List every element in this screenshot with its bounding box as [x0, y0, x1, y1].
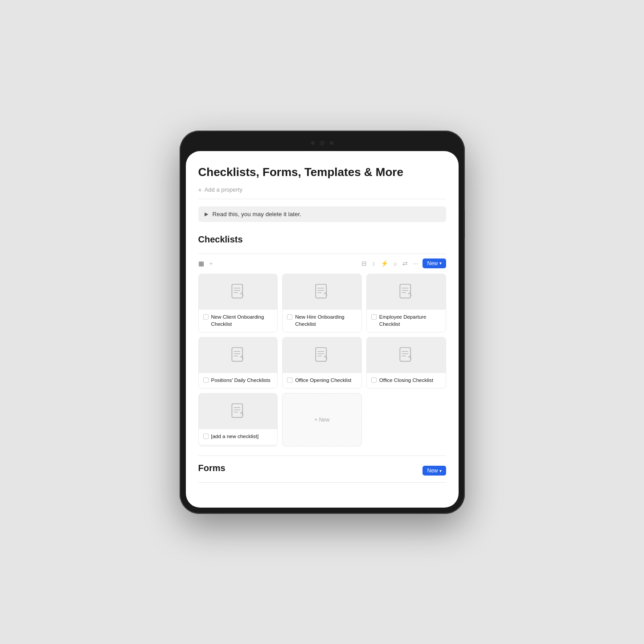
new-button-forms[interactable]: New ▾	[422, 466, 446, 476]
new-button-chevron-icon: ▾	[439, 261, 442, 266]
add-property-label: Add a property	[205, 186, 242, 193]
card-title-office-closing: Office Closing Checklist	[379, 377, 433, 384]
card-image-add-new	[199, 394, 278, 429]
card-add-new-checklist[interactable]: [add a new checklist]	[198, 393, 278, 447]
card-content-office-closing: Office Closing Checklist	[367, 373, 446, 388]
more-icon[interactable]: ···	[412, 259, 419, 268]
svg-rect-8	[400, 284, 411, 298]
forms-section: Forms New ▾	[198, 463, 446, 483]
card-office-closing[interactable]: Office Closing Checklist	[366, 337, 446, 389]
card-employee-departure[interactable]: Employee Departure Checklist	[366, 274, 446, 332]
filter-icon[interactable]: ⊟	[361, 259, 368, 268]
card-title-new-hire: New Hire Onboarding Checklist	[295, 313, 357, 328]
grid-view-icon[interactable]: ▦	[198, 260, 204, 267]
new-card-button[interactable]: + New	[282, 393, 362, 447]
content-area: Checklists, Forms, Templates & More + Ad…	[186, 151, 459, 508]
svg-rect-20	[400, 348, 411, 361]
add-property-row[interactable]: + Add a property	[198, 186, 446, 193]
card-image-positions-daily	[199, 337, 278, 373]
svg-rect-0	[232, 284, 242, 298]
card-new-hire[interactable]: New Hire Onboarding Checklist	[282, 274, 362, 332]
card-positions-daily[interactable]: Positions' Daily Checklists	[198, 337, 278, 389]
checklist-icon-new-client	[230, 283, 246, 300]
card-title-positions-daily: Positions' Daily Checklists	[211, 377, 271, 384]
card-image-employee-departure	[367, 274, 446, 310]
forms-new-button-chevron-icon: ▾	[439, 468, 442, 473]
automation-icon[interactable]: ⚡	[380, 259, 389, 268]
card-title-office-opening: Office Opening Checklist	[295, 377, 351, 384]
card-title-new-client: New Client Onboarding Checklist	[211, 313, 273, 328]
card-checkbox-employee-departure[interactable]	[371, 314, 377, 320]
checklist-icon-positions-daily	[230, 347, 246, 364]
card-image-office-closing	[367, 337, 446, 373]
card-checkbox-new-hire[interactable]	[287, 314, 292, 320]
toggle-text: Read this, you may delete it later.	[213, 211, 302, 217]
card-office-opening[interactable]: Office Opening Checklist	[282, 337, 362, 389]
card-checkbox-add-new[interactable]	[203, 434, 209, 439]
tablet-frame: Checklists, Forms, Templates & More + Ad…	[180, 131, 465, 514]
checklist-icon-add-new	[230, 403, 246, 420]
toolbar-left: ▦ +	[198, 259, 214, 268]
card-title-employee-departure: Employee Departure Checklist	[379, 313, 441, 328]
side-button	[464, 211, 465, 238]
card-content-new-hire: New Hire Onboarding Checklist	[283, 310, 361, 332]
card-content-employee-departure: Employee Departure Checklist	[367, 310, 446, 332]
checklist-icon-office-closing	[398, 347, 414, 364]
tablet-top-bar	[186, 137, 459, 149]
card-content-office-opening: Office Opening Checklist	[283, 373, 361, 388]
checklists-section-header: Checklists	[198, 234, 446, 254]
card-checkbox-positions-daily[interactable]	[203, 377, 209, 383]
camera-dot-right	[330, 141, 333, 145]
checklists-title: Checklists	[198, 234, 243, 245]
card-checkbox-new-client[interactable]	[203, 314, 209, 320]
toolbar-right: ⊟ ↕ ⚡ ⌕ ⇄ ··· New ▾	[361, 258, 446, 268]
toggle-arrow-icon: ▶	[205, 211, 208, 217]
toggle-row[interactable]: ▶ Read this, you may delete it later.	[198, 206, 446, 222]
card-content-positions-daily: Positions' Daily Checklists	[199, 373, 278, 388]
new-button-checklists[interactable]: New ▾	[422, 258, 446, 268]
svg-rect-4	[316, 284, 327, 298]
svg-rect-12	[232, 348, 242, 361]
checklist-icon-office-opening	[314, 347, 329, 364]
tablet-screen: Checklists, Forms, Templates & More + Ad…	[186, 151, 459, 508]
checklists-section: Checklists ▦ + ⊟ ↕ ⚡ ⌕ ⇄ ···	[198, 234, 446, 456]
sort-icon[interactable]: ↕	[371, 259, 376, 268]
svg-rect-16	[316, 348, 327, 361]
card-image-new-hire	[283, 274, 361, 310]
divider-bottom	[198, 455, 446, 456]
card-content-new-client: New Client Onboarding Checklist	[199, 310, 278, 332]
checklist-icon-employee-departure	[398, 283, 414, 300]
camera-dot-center	[320, 141, 324, 145]
card-title-add-new: [add a new checklist]	[211, 433, 259, 440]
card-content-add-new: [add a new checklist]	[199, 429, 278, 444]
new-card-label: + New	[314, 417, 329, 423]
search-icon[interactable]: ⌕	[393, 259, 398, 268]
card-checkbox-office-opening[interactable]	[287, 377, 292, 383]
add-view-icon[interactable]: +	[209, 259, 214, 268]
forms-title: Forms	[198, 463, 226, 473]
checklist-icon-new-hire	[314, 283, 329, 300]
card-image-office-opening	[283, 337, 361, 373]
plus-icon: +	[198, 186, 202, 193]
card-new-client[interactable]: New Client Onboarding Checklist	[198, 274, 278, 332]
forms-section-header: Forms New ▾	[198, 463, 446, 483]
checklists-grid: New Client Onboarding Checklist	[198, 274, 446, 447]
group-icon[interactable]: ⇄	[402, 259, 409, 268]
divider-top	[198, 199, 446, 199]
svg-rect-24	[232, 404, 242, 418]
card-checkbox-office-closing[interactable]	[371, 377, 377, 383]
card-image-new-client	[199, 274, 278, 310]
page-title: Checklists, Forms, Templates & More	[198, 165, 446, 179]
camera-dot-left	[311, 141, 315, 145]
